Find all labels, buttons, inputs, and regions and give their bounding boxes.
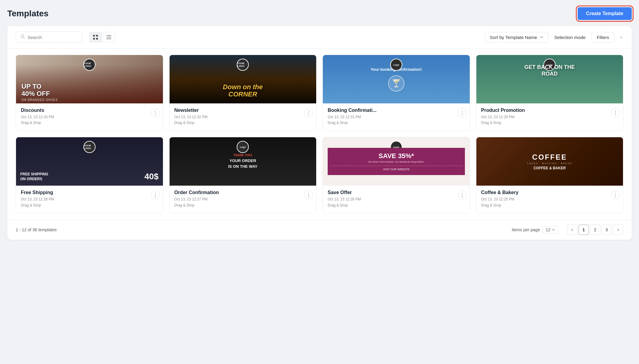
template-name: Save Offer [328, 190, 465, 195]
page-2-button[interactable]: 2 [590, 225, 600, 235]
logo-badge: YOUR LOGO [237, 59, 249, 71]
footer-bar: 1 - 12 of 36 templates Items per page 12… [7, 219, 632, 240]
svg-rect-8 [106, 38, 111, 39]
preview-order-text: THANK YOU! YOUR ORDERIS ON THE WAY [170, 154, 316, 169]
prev-page-button[interactable]: ‹ [567, 225, 577, 235]
template-info: Discounts Oct 13, 23 12:33 PMDrag & Drop… [16, 103, 163, 131]
template-info: Order Confirmation Oct 13, 23 12:27 PMDr… [170, 186, 316, 213]
per-page-select[interactable]: 12 [542, 226, 559, 234]
toolbar: Sort by Template Name Selection mode Fil… [7, 26, 632, 49]
template-card[interactable]: Logo SAVE 35%* ON NEW PURCHASES. NO MINI… [323, 137, 470, 213]
page-3-button[interactable]: 3 [602, 225, 612, 235]
template-name: Order Confirmation [174, 190, 312, 195]
more-options-button[interactable]: ⋮ [151, 190, 160, 200]
page-title: Templates [7, 9, 48, 18]
logo-badge: Logo [390, 59, 402, 71]
template-count: 1 - 12 of 36 templates [16, 227, 512, 232]
main-panel: Sort by Template Name Selection mode Fil… [7, 26, 632, 240]
template-card[interactable]: Logo GET BACK ON THEROAD Product Promoti… [476, 55, 624, 131]
preview-shipping-text: FREE SHIPPINGON ORDERS [20, 172, 48, 181]
items-per-page-label: Items per page [512, 227, 540, 232]
svg-rect-7 [106, 37, 111, 38]
preview-text: UP TO40% OFF [21, 83, 50, 97]
template-card[interactable]: Logo THANK YOU! YOUR ORDERIS ON THE WAY … [169, 137, 317, 213]
template-meta: Oct 13, 23 12:31 PMDrag & Drop [328, 114, 465, 126]
more-options-button[interactable]: ⋮ [458, 108, 467, 117]
content-area: YOUR LOGO UP TO40% OFF ON BRANDED SHOES … [7, 49, 632, 219]
sort-label: Sort by Template Name [490, 35, 537, 40]
svg-rect-6 [106, 35, 111, 36]
template-preview: Logo THANK YOU! YOUR ORDERIS ON THE WAY [170, 137, 316, 186]
template-name: Discounts [21, 108, 158, 113]
template-name: Booking Confirmati... [328, 108, 465, 113]
more-options-button[interactable]: ⋮ [151, 108, 160, 117]
template-meta: Oct 13, 23 12:29 PMDrag & Drop [481, 114, 618, 126]
cocktail-icon: 🍸 [388, 75, 404, 92]
template-meta: Oct 13, 23 12:28 PMDrag & Drop [21, 197, 158, 208]
template-preview: Logo GET BACK ON THEROAD [476, 55, 623, 103]
list-view-button[interactable] [103, 32, 115, 42]
templates-grid: YOUR LOGO UP TO40% OFF ON BRANDED SHOES … [16, 55, 623, 213]
selection-mode-button[interactable]: Selection mode [553, 32, 587, 42]
view-toggle [89, 32, 115, 42]
template-name: Product Promotion [481, 108, 618, 113]
template-preview: YOUR LOGO FREE SHIPPINGON ORDERS 40$ [16, 137, 163, 186]
template-info: Coffee & Bakery Oct 13, 23 12:25 PMDrag … [476, 186, 623, 213]
preview-save-box: SAVE 35%* ON NEW PURCHASES. NO MINIMUM R… [328, 148, 465, 175]
pagination: ‹ 1 2 3 › [567, 225, 623, 235]
svg-rect-3 [96, 35, 98, 37]
preview-coffee-text: COFFEE CAKES · MUFFINS · BREAD COFFEE & … [476, 153, 623, 170]
page-1-button[interactable]: 1 [579, 225, 589, 235]
template-preview: COFFEE CAKES · MUFFINS · BREAD COFFEE & … [476, 137, 623, 186]
svg-rect-5 [96, 38, 98, 40]
more-options-button[interactable]: ⋮ [304, 108, 313, 117]
logo-badge: YOUR LOGO [83, 141, 96, 153]
template-info: Free Shipping Oct 13, 23 12:28 PMDrag & … [16, 186, 163, 213]
more-options-button[interactable]: ⋮ [611, 190, 620, 200]
search-input[interactable] [28, 35, 78, 40]
logo-badge: Logo [237, 141, 249, 153]
more-options-button[interactable]: ⋮ [304, 190, 313, 200]
more-options-button[interactable]: ⋮ [611, 108, 620, 117]
page-header: Templates Create Template [7, 7, 632, 20]
logo-badge: YOUR LOGO [83, 59, 96, 71]
filters-button[interactable]: Filters [592, 32, 614, 43]
svg-line-1 [24, 37, 25, 39]
svg-rect-2 [93, 35, 95, 37]
search-icon [20, 34, 25, 40]
template-name: Newsletter [174, 108, 312, 113]
template-info: Product Promotion Oct 13, 23 12:29 PMDra… [476, 103, 623, 131]
template-meta: Oct 13, 23 12:26 PMDrag & Drop [328, 197, 465, 208]
svg-rect-4 [93, 38, 95, 40]
template-card[interactable]: YOUR LOGO Down on theCORNER Newsletter O… [169, 55, 317, 131]
search-box [16, 31, 82, 43]
template-preview: Logo SAVE 35%* ON NEW PURCHASES. NO MINI… [323, 137, 470, 186]
template-card[interactable]: YOUR LOGO UP TO40% OFF ON BRANDED SHOES … [16, 55, 163, 131]
template-meta: Oct 13, 23 12:32 PMDrag & Drop [174, 114, 312, 126]
per-page-value: 12 [546, 227, 550, 232]
preview-sub: ON BRANDED SHOES [21, 98, 58, 102]
preview-text: Down on theCORNER [170, 83, 316, 98]
template-preview: YOUR LOGO UP TO40% OFF ON BRANDED SHOES [16, 55, 163, 103]
collapse-toolbar-button[interactable]: › [619, 33, 623, 42]
template-card[interactable]: Logo Your booking confirmation! 🍸 Bookin… [323, 55, 470, 131]
sort-dropdown[interactable]: Sort by Template Name [485, 32, 548, 43]
template-info: Newsletter Oct 13, 23 12:32 PMDrag & Dro… [170, 103, 316, 131]
template-meta: Oct 13, 23 12:33 PMDrag & Drop [21, 114, 158, 126]
grid-view-button[interactable] [89, 32, 102, 42]
template-preview: Logo Your booking confirmation! 🍸 [323, 55, 470, 103]
template-meta: Oct 13, 23 12:25 PMDrag & Drop [481, 197, 618, 208]
preview-shipping-amount: 40$ [144, 172, 159, 181]
more-options-button[interactable]: ⋮ [458, 190, 467, 200]
next-page-button[interactable]: › [613, 225, 623, 235]
template-preview: YOUR LOGO Down on theCORNER [170, 55, 316, 103]
template-info: Booking Confirmati... Oct 13, 23 12:31 P… [323, 103, 470, 131]
preview-text: GET BACK ON THEROAD [476, 64, 623, 77]
template-name: Coffee & Bakery [481, 190, 618, 195]
template-card[interactable]: YOUR LOGO FREE SHIPPINGON ORDERS 40$ Fre… [16, 137, 163, 213]
template-card[interactable]: COFFEE CAKES · MUFFINS · BREAD COFFEE & … [476, 137, 624, 213]
template-name: Free Shipping [21, 190, 158, 195]
create-template-button[interactable]: Create Template [578, 7, 632, 20]
items-per-page: Items per page 12 [512, 226, 559, 234]
template-info: Save Offer Oct 13, 23 12:26 PMDrag & Dro… [323, 186, 470, 213]
